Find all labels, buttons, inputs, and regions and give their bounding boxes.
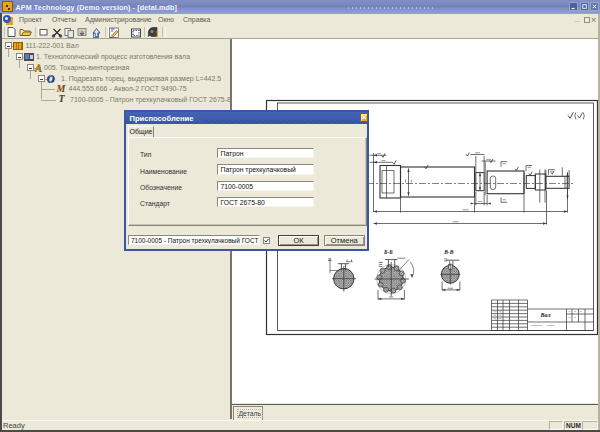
svg-text:В-В: В-В — [443, 249, 454, 255]
svg-text:Б-Б: Б-Б — [383, 249, 393, 255]
svg-text:Вал: Вал — [539, 312, 550, 318]
